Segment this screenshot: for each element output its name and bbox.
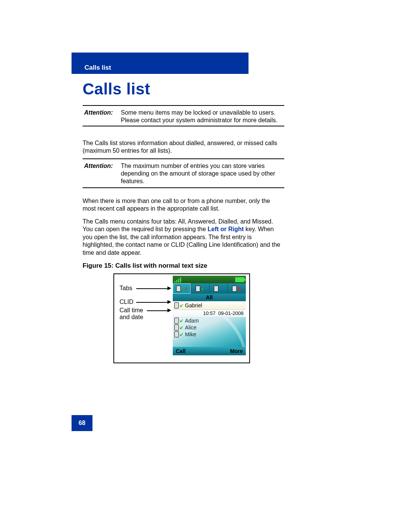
attention-note: Attention: Some menu items may be locked… [84, 109, 286, 124]
contact-name: Adam [185, 318, 199, 324]
attention-text: Some menu items may be locked or unavail… [121, 109, 284, 124]
body-paragraph: When there is more than one call to or f… [83, 197, 284, 213]
key-reference: Left or Right [208, 226, 244, 232]
call-time: 10:57 [203, 310, 216, 316]
attention-label: Attention: [84, 162, 119, 170]
phone-tab-title: All [173, 294, 246, 301]
call-answered-icon: ↙ [174, 324, 183, 331]
phone-list-body: ↙ Adam ↙ Alice ↙ Mike [173, 317, 246, 347]
call-answered-icon: ↙ [196, 286, 205, 292]
contact-name: Alice [185, 324, 196, 331]
callout-label-time: Call time and date [119, 307, 150, 321]
arrow-head-icon [167, 286, 171, 290]
phone-list-entry[interactable]: ↙ Alice [173, 324, 246, 331]
phone-softkey-bar: Call More [173, 347, 246, 355]
call-answered-icon: ↙ [174, 331, 183, 337]
phone-selected-entry[interactable]: ↙ Gabriel [173, 301, 246, 310]
arrow-head-icon [167, 300, 171, 304]
running-header: Calls list [84, 64, 111, 72]
callout-label-tabs: Tabs [119, 285, 132, 292]
phone-status-bar [173, 276, 246, 283]
call-answered-icon: ↙ [174, 302, 183, 308]
callout-label-clid: CLID [119, 299, 133, 305]
phone-tab-all[interactable]: ↙↗ [173, 283, 191, 294]
attention-note: Attention: The maximum number of entries… [84, 162, 286, 185]
figure-caption: Figure 15: Calls list with normal text s… [83, 262, 207, 270]
contact-name: Mike [185, 331, 196, 337]
divider [83, 126, 284, 126]
call-dialled-icon: ↗ [214, 286, 223, 292]
body-paragraph: The Calls menu contains four tabs: All, … [83, 218, 284, 257]
phone-list-entry[interactable]: ↙ Adam [173, 317, 246, 324]
phone-list-entry[interactable]: ↙ Mike [173, 331, 246, 338]
call-answered-icon: ↙ [174, 318, 183, 324]
callout-arrow [136, 302, 167, 303]
phone-tab-dialled[interactable]: ↗ [210, 283, 228, 294]
phone-screenshot: ↙↗ ↙ ↗ ✖ All ↙ Gabriel 10:57 09-01-2008 [173, 276, 246, 355]
phone-tab-answered[interactable]: ↙ [191, 283, 209, 294]
callout-arrow [147, 310, 167, 311]
softkey-more[interactable]: More [230, 348, 243, 354]
phone-tab-missed[interactable]: ✖ [228, 283, 246, 294]
figure-frame: Tabs CLID Call time and date ↙↗ ↙ [113, 273, 250, 363]
manual-page: Calls list Calls list Attention: Some me… [0, 0, 411, 532]
attention-text: The maximum number of entries you can st… [121, 162, 284, 185]
page-title: Calls list [83, 80, 150, 98]
phone-selected-datetime: 10:57 09-01-2008 [173, 310, 246, 317]
body-paragraph: The Calls list stores information about … [83, 139, 284, 155]
callout-arrow [136, 288, 167, 289]
page-number: 68 [72, 415, 92, 431]
call-missed-icon: ✖ [232, 286, 241, 292]
call-all-icon: ↙↗ [176, 286, 188, 292]
arrow-head-icon [167, 308, 171, 312]
contact-name: Gabriel [185, 302, 202, 308]
phone-tabs-bar: ↙↗ ↙ ↗ ✖ [173, 283, 246, 294]
battery-icon [235, 277, 244, 282]
divider [83, 187, 284, 188]
call-date: 09-01-2008 [218, 310, 244, 316]
attention-label: Attention: [84, 109, 119, 117]
divider [83, 158, 284, 159]
signal-icon [174, 278, 181, 283]
divider [83, 105, 284, 106]
softkey-call[interactable]: Call [176, 348, 186, 354]
